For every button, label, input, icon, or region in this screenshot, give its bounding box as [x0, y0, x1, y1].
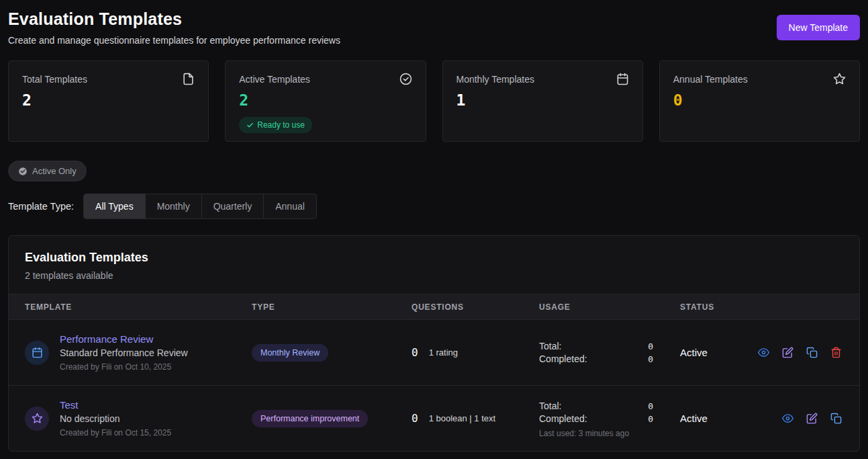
template-cell: Performance Review Standard Performance …: [25, 333, 252, 372]
stat-label: Monthly Templates: [456, 74, 534, 85]
column-header-type: TYPE: [252, 302, 412, 312]
column-header-questions: QUESTIONS: [412, 302, 539, 312]
copy-icon: [830, 413, 842, 424]
questions-cell: 0 1 rating: [412, 346, 539, 359]
type-cell: Monthly Review: [252, 344, 412, 362]
actions-cell: [754, 411, 843, 425]
active-only-label: Active Only: [32, 166, 77, 176]
filter-chip-row: Active Only: [8, 161, 860, 181]
stat-label: Active Templates: [239, 74, 310, 85]
table-title: Evaluation Templates: [25, 251, 843, 265]
template-info: Performance Review Standard Performance …: [60, 333, 188, 372]
delete-button[interactable]: [829, 345, 843, 360]
questions-detail: 1 rating: [429, 347, 458, 358]
check-icon: [246, 122, 254, 129]
status-cell: Active: [680, 347, 754, 359]
table-header: Evaluation Templates 2 templates availab…: [9, 236, 859, 294]
usage-cell: Total: 0 Completed: 0 Last used: 3 minut…: [539, 399, 653, 438]
eye-icon: [758, 347, 769, 358]
usage-total-label: Total:: [539, 341, 561, 351]
duplicate-button[interactable]: [805, 345, 819, 360]
type-badge: Performance improvement: [252, 410, 368, 427]
template-cell: Test No description Created by Fili on O…: [25, 399, 252, 437]
view-button[interactable]: [781, 411, 795, 425]
stat-value: 0: [673, 91, 846, 109]
usage-total-label: Total:: [539, 401, 561, 411]
stat-card-active-templates: Active Templates 2 Ready to use: [225, 60, 426, 142]
usage-total-value: 0: [648, 341, 653, 351]
table-column-headers: TEMPLATE TYPE QUESTIONS USAGE STATUS: [9, 294, 859, 319]
type-cell: Performance improvement: [252, 410, 412, 427]
copy-icon: [806, 347, 818, 358]
template-name-link[interactable]: Performance Review: [60, 333, 188, 345]
usage-cell: Total: 0 Completed: 0: [539, 339, 653, 366]
ready-badge-label: Ready to use: [257, 120, 305, 130]
page-subtitle: Create and manage questionnaire template…: [8, 35, 340, 46]
status-badge: Active: [680, 413, 708, 424]
stat-card-annual-templates: Annual Templates 0: [659, 60, 860, 142]
template-description: No description: [60, 413, 171, 424]
status-badge: Active: [680, 347, 708, 358]
evaluation-templates-page: Evaluation Templates Create and manage q…: [0, 0, 868, 452]
usage-total-value: 0: [648, 401, 653, 411]
template-created: Created by Fili on Oct 15, 2025: [60, 428, 171, 437]
view-button[interactable]: [757, 345, 771, 360]
usage-completed-value: 0: [648, 414, 653, 424]
template-info: Test No description Created by Fili on O…: [60, 399, 171, 437]
page-header-text: Evaluation Templates Create and manage q…: [8, 9, 340, 46]
new-template-button[interactable]: New Template: [777, 15, 860, 40]
edit-pencil-icon: [782, 347, 793, 358]
ready-to-use-badge: Ready to use: [239, 117, 312, 133]
actions-cell: [754, 345, 843, 360]
usage-completed-value: 0: [648, 354, 653, 364]
tab-annual[interactable]: Annual: [264, 194, 316, 218]
templates-table-card: Evaluation Templates 2 templates availab…: [8, 235, 860, 452]
column-header-status: STATUS: [680, 302, 754, 312]
calendar-icon: [32, 347, 43, 358]
questions-count: 0: [412, 412, 418, 425]
star-icon: [833, 73, 846, 85]
calendar-icon: [616, 73, 629, 85]
template-created: Created by Fili on Oct 10, 2025: [60, 362, 188, 372]
template-name-link[interactable]: Test: [60, 399, 171, 411]
type-badge: Monthly Review: [252, 344, 328, 362]
table-row: Test No description Created by Fili on O…: [9, 385, 859, 451]
questions-detail: 1 boolean | 1 text: [429, 413, 496, 423]
stat-value: 2: [239, 91, 412, 109]
questions-cell: 0 1 boolean | 1 text: [412, 412, 539, 425]
stat-card-monthly-templates: Monthly Templates 1: [442, 60, 643, 142]
stat-label: Annual Templates: [673, 74, 748, 85]
status-cell: Active: [680, 413, 754, 425]
table-subtitle: 2 templates available: [25, 270, 843, 281]
usage-completed-label: Completed:: [539, 353, 587, 364]
edit-button[interactable]: [781, 345, 795, 360]
usage-completed-label: Completed:: [539, 413, 587, 424]
page-title: Evaluation Templates: [8, 9, 340, 29]
page-header: Evaluation Templates Create and manage q…: [8, 9, 860, 46]
questions-count: 0: [412, 346, 418, 359]
template-type-label: Template Type:: [8, 201, 74, 212]
stat-card-total-templates: Total Templates 2: [8, 60, 209, 142]
active-only-filter-chip[interactable]: Active Only: [8, 161, 87, 181]
template-description: Standard Performance Review: [60, 347, 188, 358]
column-header-template: TEMPLATE: [25, 302, 252, 312]
template-type-filter: Template Type: All Types Monthly Quarter…: [8, 194, 860, 219]
stat-value: 2: [22, 91, 195, 109]
eye-icon: [782, 413, 793, 424]
edit-button[interactable]: [805, 411, 819, 425]
tab-quarterly[interactable]: Quarterly: [202, 194, 264, 218]
check-circle-icon: [18, 167, 28, 176]
trash-icon: [830, 347, 842, 358]
usage-last-used: Last used: 3 minutes ago: [539, 429, 653, 438]
tab-monthly[interactable]: Monthly: [146, 194, 202, 218]
duplicate-button[interactable]: [829, 411, 843, 425]
edit-pencil-icon: [806, 413, 818, 424]
document-icon: [182, 73, 195, 85]
table-row: Performance Review Standard Performance …: [9, 319, 859, 385]
column-header-usage: USAGE: [539, 302, 680, 312]
tab-all-types[interactable]: All Types: [84, 194, 146, 218]
check-circle-icon: [399, 73, 412, 85]
stat-label: Total Templates: [22, 74, 87, 85]
stat-value: 1: [456, 91, 629, 109]
stats-row: Total Templates 2 Active Templates 2 Rea…: [8, 60, 860, 142]
